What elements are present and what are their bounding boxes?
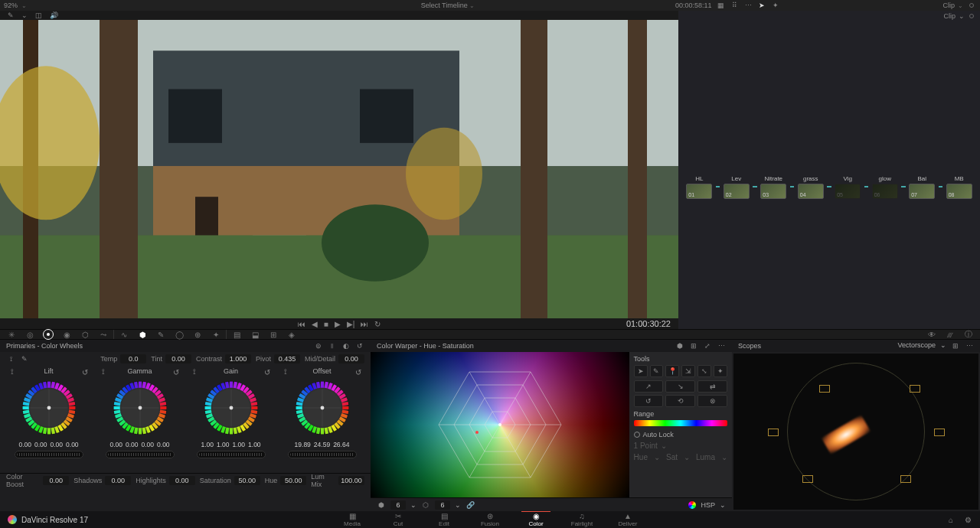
jog-gain[interactable] [197, 451, 266, 458]
wheel-gain[interactable] [200, 376, 263, 439]
3d-icon[interactable]: ◈ [286, 329, 297, 340]
page-tab-fusion[interactable]: ⊛Fusion [468, 511, 512, 528]
warper-tab[interactable]: ⬢ [137, 329, 148, 340]
page-tab-cut[interactable]: ✂Cut [376, 511, 420, 528]
tool-select[interactable]: ➤ [634, 365, 648, 377]
hue-sat-icon[interactable]: ⬢ [675, 341, 684, 350]
tool-draw[interactable]: ✎ [650, 365, 664, 377]
page-tab-fairlight[interactable]: ♫Fairlight [560, 511, 604, 528]
tool-center[interactable]: ✦ [714, 365, 727, 377]
window-icon[interactable]: ◯ [174, 329, 185, 340]
timeline-title[interactable]: Select Timeline [421, 2, 468, 9]
qualifier-icon[interactable]: ✎ [155, 329, 166, 340]
waveform-icon[interactable]: ⫻ [945, 329, 956, 340]
shadows-input[interactable] [105, 476, 131, 485]
node-hl[interactable]: HL01 [686, 175, 713, 199]
wheel-offset[interactable] [291, 376, 354, 439]
hdr-icon[interactable]: ◉ [61, 329, 72, 340]
project-settings-icon[interactable]: ⚙ [963, 515, 972, 524]
jog-lift[interactable] [15, 451, 83, 458]
tool-push[interactable]: ⤡ [697, 365, 711, 377]
magic-icon[interactable]: ✦ [211, 329, 221, 340]
scope-settings-icon[interactable]: ⋯ [965, 341, 974, 350]
chevron-down-icon[interactable]: ⌄ [21, 2, 27, 9]
wheel-gamma[interactable] [109, 376, 172, 439]
wheel-reset-icon[interactable]: ↺ [172, 367, 181, 376]
tool-pin[interactable]: 📍 [665, 365, 679, 377]
node-nitrate[interactable]: Nitrate03 [760, 175, 787, 199]
wheel-reset-icon[interactable]: ⟟ [99, 367, 108, 376]
node-fx-icon[interactable]: ✦ [771, 1, 780, 10]
bars-mode-icon[interactable]: ⦀ [328, 341, 337, 350]
step-fwd-icon[interactable]: ▶| [347, 320, 355, 328]
wheel-lift[interactable] [18, 376, 80, 439]
eye-icon[interactable]: 👁 [926, 329, 937, 340]
tool-invert[interactable]: ⇄ [697, 380, 727, 393]
page-tab-color[interactable]: ◉Color [514, 511, 558, 528]
jog-offset[interactable] [288, 451, 357, 458]
tool-reset-all[interactable]: ⊗ [697, 395, 727, 407]
loop-icon[interactable]: ↻ [374, 320, 381, 328]
jog-gamma[interactable] [106, 451, 175, 458]
wheels-mode-icon[interactable]: ⊚ [314, 341, 323, 350]
node-bal[interactable]: Bal07 [909, 175, 936, 199]
page-tab-media[interactable]: ▦Media [330, 511, 374, 528]
wheel-reset-icon[interactable]: ⟟ [190, 367, 199, 376]
clip-scope-dropdown[interactable]: Clip ⌄ [943, 12, 965, 20]
rgb-mixer-icon[interactable]: ⬡ [80, 329, 90, 340]
page-tab-edit[interactable]: ▤Edit [422, 511, 466, 528]
split-icon[interactable]: ◫ [34, 11, 43, 20]
tool-pull[interactable]: ⇲ [681, 365, 695, 377]
hex-res-icon[interactable]: ⬢ [377, 500, 386, 510]
tool-reset-sel[interactable]: ⟲ [665, 395, 695, 407]
node-glow[interactable]: glow06 [871, 175, 898, 199]
tool-decrease[interactable]: ↘ [665, 380, 695, 393]
autolock-radio[interactable] [634, 432, 640, 438]
key-icon[interactable]: ⬓ [250, 329, 260, 340]
wheel-reset-icon[interactable]: ↺ [354, 367, 363, 376]
wheel-reset-icon[interactable]: ↺ [263, 367, 272, 376]
contrast-input[interactable] [225, 354, 251, 363]
chevron-down-icon[interactable]: ⌄ [469, 2, 475, 9]
reset-icon[interactable]: ↺ [355, 341, 364, 350]
picker-wb-icon[interactable]: ✎ [20, 354, 29, 363]
curves-icon[interactable]: ∿ [119, 329, 129, 340]
node-editor[interactable]: Clip ⌄ HL01Lev02Nitrate03grass04Vig05glo… [678, 11, 980, 329]
pointer-icon[interactable]: ➤ [757, 1, 766, 10]
node-mb[interactable]: MB08 [946, 175, 972, 199]
link-icon[interactable]: 🔗 [466, 500, 475, 510]
viewer[interactable] [0, 20, 678, 318]
more-icon[interactable]: ⋯ [717, 341, 726, 350]
wheel-reset-icon[interactable]: ⟟ [281, 367, 290, 376]
lummix-input[interactable] [338, 476, 364, 485]
warper-mode[interactable]: HSP [701, 501, 715, 509]
page-tab-deliver[interactable]: ▲Deliver [606, 511, 650, 528]
node-vig[interactable]: Vig05 [835, 175, 861, 199]
warper-canvas[interactable] [371, 352, 629, 497]
grid-icon[interactable]: ▦ [716, 1, 725, 10]
tool-increase[interactable]: ↗ [634, 380, 664, 393]
info-icon[interactable]: ⓘ [963, 329, 974, 340]
expand-icon[interactable]: ⤢ [703, 341, 712, 350]
range-spectrum[interactable] [634, 420, 727, 426]
pivot-input[interactable] [274, 354, 300, 363]
saturation-input[interactable] [234, 476, 260, 485]
sizing-icon[interactable]: ⊞ [268, 329, 279, 340]
highlights-input[interactable] [169, 476, 195, 485]
primaries-tab[interactable] [43, 329, 54, 340]
color-match-icon[interactable]: ◎ [24, 329, 35, 340]
hex-res-icon-2[interactable]: ⬡ [421, 500, 430, 510]
grid-a[interactable] [390, 500, 406, 510]
hue-input[interactable] [280, 476, 306, 485]
grid-b[interactable] [435, 500, 450, 510]
motion-icon[interactable]: ⤳ [98, 329, 109, 340]
wheel-reset-icon[interactable]: ⟟ [8, 367, 17, 376]
goto-end-icon[interactable]: ⏭ [361, 320, 368, 328]
vectorscope[interactable] [733, 354, 978, 510]
temp-input[interactable] [120, 354, 146, 363]
node-grass[interactable]: grass04 [797, 175, 824, 199]
picker-icon[interactable]: ✎ [6, 11, 15, 20]
step-back-icon[interactable]: ◀ [312, 320, 318, 328]
blur-icon[interactable]: ▤ [231, 329, 242, 340]
more-icon[interactable]: ⋯ [743, 1, 753, 10]
